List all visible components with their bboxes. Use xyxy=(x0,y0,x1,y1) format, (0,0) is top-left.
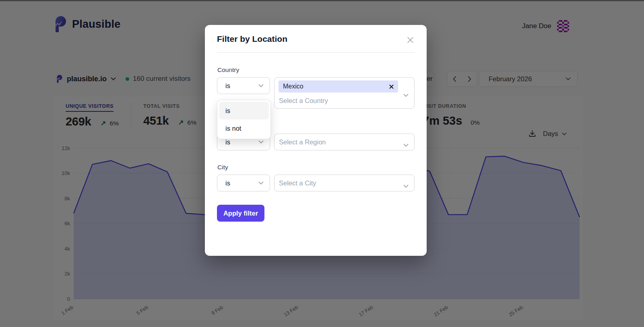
selected-country-label: Mexico xyxy=(283,83,303,90)
region-placeholder: Select a Region xyxy=(279,138,326,146)
city-operator-select[interactable]: is xyxy=(217,175,270,191)
filter-by-location-modal: Filter by Location Country is Mexico Sel… xyxy=(205,25,427,256)
chevron-down-icon xyxy=(403,141,409,148)
city-combobox[interactable]: Select a City xyxy=(274,175,415,191)
modal-divider xyxy=(217,52,415,53)
chevron-down-icon xyxy=(403,91,409,99)
apply-filter-button[interactable]: Apply filter xyxy=(217,205,264,222)
chevron-down-icon xyxy=(403,182,409,189)
country-operator-select[interactable]: is xyxy=(217,77,270,94)
country-operator-value: is xyxy=(225,82,230,90)
modal-title: Filter by Location xyxy=(217,34,287,44)
remove-tag-icon[interactable] xyxy=(389,84,394,89)
region-operator-value: is xyxy=(225,138,230,146)
operator-dropdown: is is not xyxy=(217,100,271,139)
city-label: City xyxy=(217,164,228,171)
operator-option-is[interactable]: is xyxy=(219,102,269,119)
region-combobox[interactable]: Select a Region xyxy=(274,134,415,150)
selected-country-tag: Mexico xyxy=(279,80,398,93)
city-operator-value: is xyxy=(225,179,230,187)
country-combobox[interactable]: Mexico Select a Country xyxy=(274,77,415,109)
plausible-dashboard: Plausible Jane Doe xyxy=(0,0,644,327)
country-label: Country xyxy=(217,66,239,74)
city-placeholder: Select a City xyxy=(279,179,316,187)
operator-option-is-not[interactable]: is not xyxy=(219,119,269,137)
country-placeholder: Select a Country xyxy=(279,97,328,105)
close-icon[interactable] xyxy=(406,35,415,44)
